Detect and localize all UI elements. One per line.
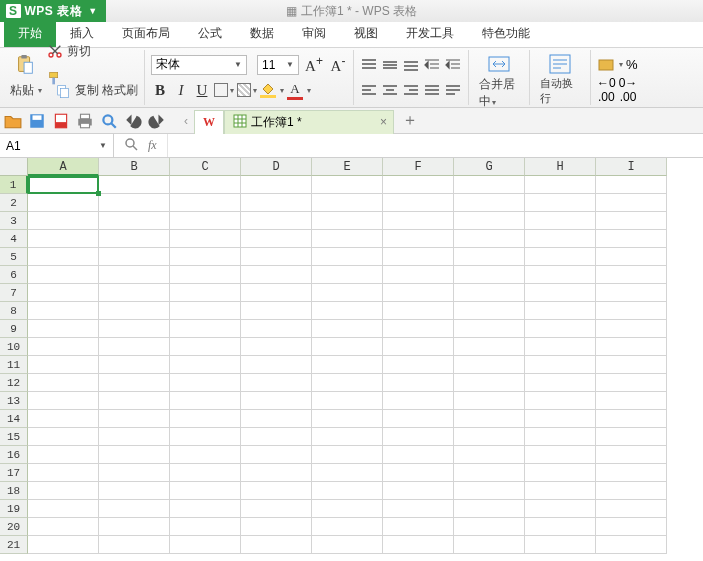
- cell-C18[interactable]: [170, 482, 241, 500]
- row-header-1[interactable]: 1: [0, 176, 28, 194]
- cell-I13[interactable]: [596, 392, 667, 410]
- cell-E6[interactable]: [312, 266, 383, 284]
- cell-A8[interactable]: [28, 302, 99, 320]
- cell-A10[interactable]: [28, 338, 99, 356]
- redo-button[interactable]: [148, 112, 166, 130]
- row-header-12[interactable]: 12: [0, 374, 28, 392]
- fill-color-button[interactable]: [260, 83, 276, 98]
- cell-G4[interactable]: [454, 230, 525, 248]
- orientation-button[interactable]: [444, 81, 462, 99]
- cell-G2[interactable]: [454, 194, 525, 212]
- cell-E2[interactable]: [312, 194, 383, 212]
- cell-I11[interactable]: [596, 356, 667, 374]
- cell-F15[interactable]: [383, 428, 454, 446]
- doc-tab-home[interactable]: W: [194, 110, 224, 134]
- row-header-11[interactable]: 11: [0, 356, 28, 374]
- undo-button[interactable]: [124, 112, 142, 130]
- cell-H21[interactable]: [525, 536, 596, 554]
- cell-A6[interactable]: [28, 266, 99, 284]
- cell-G8[interactable]: [454, 302, 525, 320]
- cell-F7[interactable]: [383, 284, 454, 302]
- cell-E9[interactable]: [312, 320, 383, 338]
- indent-increase-button[interactable]: [444, 56, 462, 74]
- cell-G15[interactable]: [454, 428, 525, 446]
- column-header-A[interactable]: A: [28, 158, 99, 176]
- cell-A18[interactable]: [28, 482, 99, 500]
- currency-dropdown[interactable]: ▾: [619, 60, 623, 69]
- export-pdf-button[interactable]: [52, 112, 70, 130]
- cell-H6[interactable]: [525, 266, 596, 284]
- select-all-corner[interactable]: [0, 158, 28, 176]
- align-left-button[interactable]: [360, 81, 378, 99]
- align-center-button[interactable]: [381, 81, 399, 99]
- tab-nav-left[interactable]: ‹: [184, 114, 188, 128]
- cell-I20[interactable]: [596, 518, 667, 536]
- cell-F20[interactable]: [383, 518, 454, 536]
- row-header-13[interactable]: 13: [0, 392, 28, 410]
- justify-button[interactable]: [423, 81, 441, 99]
- fx-button[interactable]: fx: [148, 138, 157, 153]
- cell-E16[interactable]: [312, 446, 383, 464]
- row-header-10[interactable]: 10: [0, 338, 28, 356]
- cell-B12[interactable]: [99, 374, 170, 392]
- cell-H9[interactable]: [525, 320, 596, 338]
- cell-D10[interactable]: [241, 338, 312, 356]
- cell-I21[interactable]: [596, 536, 667, 554]
- cell-E8[interactable]: [312, 302, 383, 320]
- cell-B9[interactable]: [99, 320, 170, 338]
- column-header-G[interactable]: G: [454, 158, 525, 176]
- cell-D4[interactable]: [241, 230, 312, 248]
- cell-E19[interactable]: [312, 500, 383, 518]
- cell-H5[interactable]: [525, 248, 596, 266]
- cell-H17[interactable]: [525, 464, 596, 482]
- cell-E5[interactable]: [312, 248, 383, 266]
- cell-I3[interactable]: [596, 212, 667, 230]
- column-header-B[interactable]: B: [99, 158, 170, 176]
- cell-B5[interactable]: [99, 248, 170, 266]
- column-header-D[interactable]: D: [241, 158, 312, 176]
- tab-special[interactable]: 特色功能: [468, 20, 544, 47]
- row-header-4[interactable]: 4: [0, 230, 28, 248]
- paste-button[interactable]: [10, 52, 40, 78]
- cell-F13[interactable]: [383, 392, 454, 410]
- align-right-button[interactable]: [402, 81, 420, 99]
- cell-E3[interactable]: [312, 212, 383, 230]
- cell-H16[interactable]: [525, 446, 596, 464]
- cell-A11[interactable]: [28, 356, 99, 374]
- cell-C5[interactable]: [170, 248, 241, 266]
- cell-A3[interactable]: [28, 212, 99, 230]
- cell-F17[interactable]: [383, 464, 454, 482]
- cell-A19[interactable]: [28, 500, 99, 518]
- cell-B14[interactable]: [99, 410, 170, 428]
- tab-page-layout[interactable]: 页面布局: [108, 20, 184, 47]
- increase-decimal-button[interactable]: ←0.00: [597, 76, 616, 104]
- column-header-I[interactable]: I: [596, 158, 667, 176]
- cell-H12[interactable]: [525, 374, 596, 392]
- percent-button[interactable]: %: [626, 57, 638, 72]
- cell-H3[interactable]: [525, 212, 596, 230]
- cell-E18[interactable]: [312, 482, 383, 500]
- cell-A14[interactable]: [28, 410, 99, 428]
- row-header-9[interactable]: 9: [0, 320, 28, 338]
- font-color-button[interactable]: A: [287, 81, 303, 100]
- cell-B6[interactable]: [99, 266, 170, 284]
- cell-B16[interactable]: [99, 446, 170, 464]
- align-top-button[interactable]: [360, 56, 378, 74]
- cell-I9[interactable]: [596, 320, 667, 338]
- align-bottom-button[interactable]: [402, 56, 420, 74]
- cell-B2[interactable]: [99, 194, 170, 212]
- cell-C8[interactable]: [170, 302, 241, 320]
- cell-B15[interactable]: [99, 428, 170, 446]
- cell-G19[interactable]: [454, 500, 525, 518]
- cell-F6[interactable]: [383, 266, 454, 284]
- cell-D14[interactable]: [241, 410, 312, 428]
- cell-D11[interactable]: [241, 356, 312, 374]
- cell-E12[interactable]: [312, 374, 383, 392]
- bold-button[interactable]: B: [151, 82, 169, 99]
- row-header-21[interactable]: 21: [0, 536, 28, 554]
- cell-H19[interactable]: [525, 500, 596, 518]
- cell-B10[interactable]: [99, 338, 170, 356]
- cell-A21[interactable]: [28, 536, 99, 554]
- cell-H20[interactable]: [525, 518, 596, 536]
- cell-H7[interactable]: [525, 284, 596, 302]
